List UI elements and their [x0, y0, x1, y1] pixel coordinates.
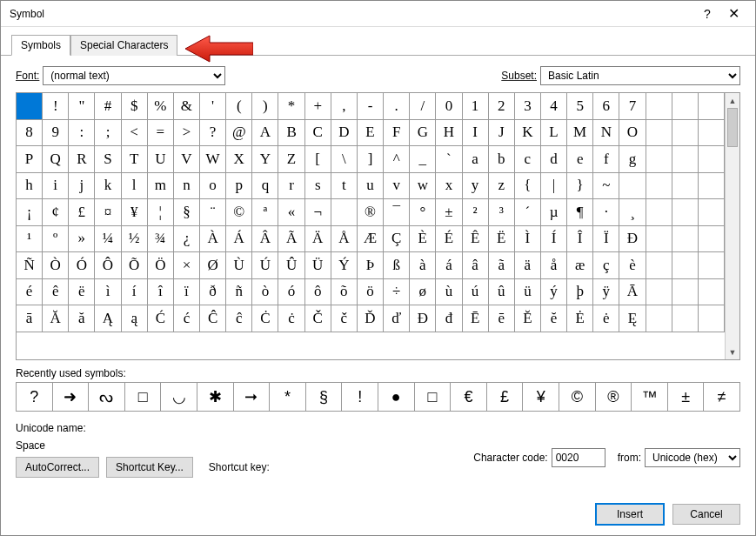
symbol-cell[interactable]: ç: [593, 252, 619, 279]
symbol-cell[interactable]: Ā: [619, 279, 646, 306]
symbol-cell[interactable]: ē: [489, 305, 515, 332]
symbol-cell[interactable]: ë: [69, 279, 95, 306]
symbol-cell[interactable]: v: [384, 173, 410, 200]
symbol-cell[interactable]: ñ: [226, 279, 252, 306]
symbol-cell[interactable]: «: [278, 199, 304, 226]
symbol-cell[interactable]: ė: [593, 305, 619, 332]
recent-symbol-cell[interactable]: §: [306, 383, 343, 411]
symbol-cell[interactable]: ĕ: [541, 305, 567, 332]
symbol-cell[interactable]: C: [305, 120, 331, 147]
symbol-cell[interactable]: Ô: [95, 252, 121, 279]
symbol-cell[interactable]: ½: [122, 226, 148, 253]
symbol-cell[interactable]: ¢: [43, 199, 69, 226]
recent-symbol-cell[interactable]: ᔓ: [89, 383, 125, 411]
symbol-cell[interactable]: [646, 279, 672, 306]
symbol-cell[interactable]: Ò: [43, 252, 69, 279]
symbol-cell[interactable]: á: [436, 252, 462, 279]
symbol-cell[interactable]: 6: [593, 93, 619, 120]
symbol-cell[interactable]: ¡: [17, 199, 43, 226]
symbol-cell[interactable]: &: [174, 93, 200, 120]
symbol-cell[interactable]: P: [17, 146, 43, 173]
symbol-cell[interactable]: ÷: [384, 279, 410, 306]
recent-symbol-cell[interactable]: ?: [17, 383, 53, 411]
symbol-cell[interactable]: è: [619, 252, 646, 279]
symbol-cell[interactable]: e: [567, 146, 593, 173]
symbol-cell[interactable]: [646, 252, 672, 279]
symbol-cell[interactable]: é: [17, 279, 43, 306]
symbol-cell[interactable]: Ą: [95, 305, 121, 332]
symbol-cell[interactable]: 9: [43, 120, 69, 147]
symbol-cell[interactable]: H: [436, 120, 462, 147]
symbol-cell[interactable]: Ć: [148, 305, 174, 332]
symbol-cell[interactable]: ¥: [122, 199, 148, 226]
symbol-cell[interactable]: ¹: [17, 226, 43, 253]
symbol-cell[interactable]: Í: [541, 226, 567, 253]
symbol-cell[interactable]: í: [122, 279, 148, 306]
symbol-cell[interactable]: Ð: [619, 226, 646, 253]
symbol-cell[interactable]: Ö: [148, 252, 174, 279]
symbol-cell[interactable]: Ú: [252, 252, 278, 279]
symbol-cell[interactable]: £: [69, 199, 95, 226]
symbol-cell[interactable]: B: [278, 120, 304, 147]
symbol-cell[interactable]: Q: [43, 146, 69, 173]
symbol-cell[interactable]: b: [489, 146, 515, 173]
grid-scrollbar[interactable]: ▲ ▼: [725, 93, 739, 359]
symbol-cell[interactable]: ³: [489, 199, 515, 226]
symbol-cell[interactable]: [699, 146, 725, 173]
symbol-cell[interactable]: z: [489, 173, 515, 200]
symbol-cell[interactable]: \: [331, 146, 358, 173]
recent-symbol-cell[interactable]: ➞: [234, 383, 271, 411]
symbol-cell[interactable]: ð: [200, 279, 226, 306]
symbol-cell[interactable]: ä: [515, 252, 541, 279]
symbol-cell[interactable]: ¯: [384, 199, 410, 226]
symbol-cell[interactable]: [646, 305, 672, 332]
symbol-cell[interactable]: -: [358, 93, 384, 120]
symbol-cell[interactable]: [672, 226, 699, 253]
symbol-cell[interactable]: Ē: [463, 305, 489, 332]
symbol-cell[interactable]: [699, 93, 725, 120]
symbol-cell[interactable]: å: [541, 252, 567, 279]
symbol-cell[interactable]: ´: [515, 199, 541, 226]
symbol-cell[interactable]: 5: [567, 93, 593, 120]
symbol-cell[interactable]: ã: [489, 252, 515, 279]
symbol-cell[interactable]: }: [567, 173, 593, 200]
scroll-track[interactable]: [726, 108, 739, 345]
scroll-up-icon[interactable]: ▲: [726, 93, 739, 108]
symbol-cell[interactable]: Â: [252, 226, 278, 253]
charcode-input[interactable]: [552, 448, 605, 467]
close-button[interactable]: ✕: [720, 5, 746, 22]
symbol-cell[interactable]: o: [200, 173, 226, 200]
symbol-cell[interactable]: !: [43, 93, 69, 120]
symbol-cell[interactable]: Á: [226, 226, 252, 253]
symbol-cell[interactable]: R: [69, 146, 95, 173]
recent-symbol-cell[interactable]: □: [415, 383, 452, 411]
symbol-cell[interactable]: À: [200, 226, 226, 253]
symbol-cell[interactable]: ¿: [174, 226, 200, 253]
symbol-cell[interactable]: K: [515, 120, 541, 147]
symbol-cell[interactable]: [646, 173, 672, 200]
symbol-cell[interactable]: Ë: [489, 226, 515, 253]
symbol-cell[interactable]: 2: [489, 93, 515, 120]
symbol-cell[interactable]: J: [489, 120, 515, 147]
symbol-cell[interactable]: 3: [515, 93, 541, 120]
symbol-cell[interactable]: V: [174, 146, 200, 173]
symbol-cell[interactable]: à: [410, 252, 436, 279]
symbol-cell[interactable]: =: [148, 120, 174, 147]
symbol-cell[interactable]: f: [593, 146, 619, 173]
symbol-cell[interactable]: [699, 120, 725, 147]
recent-symbol-cell[interactable]: £: [487, 383, 524, 411]
help-button[interactable]: ?: [694, 7, 720, 21]
symbol-cell[interactable]: ©: [226, 199, 252, 226]
symbol-cell[interactable]: 7: [619, 93, 646, 120]
scroll-thumb[interactable]: [727, 108, 738, 147]
symbol-cell[interactable]: 1: [463, 93, 489, 120]
symbol-cell[interactable]: Z: [278, 146, 304, 173]
symbol-cell[interactable]: ó: [278, 279, 304, 306]
symbol-cell[interactable]: m: [148, 173, 174, 200]
symbol-cell[interactable]: ċ: [278, 305, 304, 332]
recent-symbol-cell[interactable]: ●: [378, 383, 415, 411]
symbol-cell[interactable]: Y: [252, 146, 278, 173]
symbol-cell[interactable]: [672, 93, 699, 120]
symbol-cell[interactable]: È: [410, 226, 436, 253]
symbol-cell[interactable]: `: [436, 146, 462, 173]
